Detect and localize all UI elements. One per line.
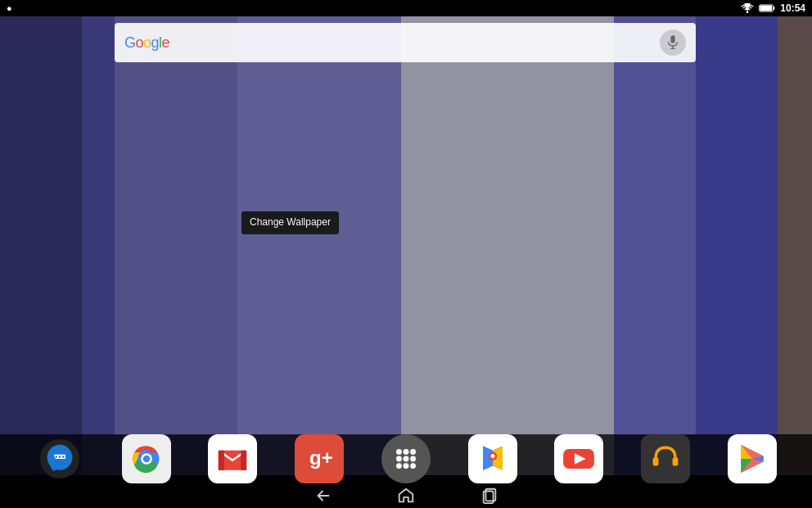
- svg-rect-3: [760, 6, 773, 11]
- search-bar[interactable]: Google: [115, 23, 696, 62]
- svg-point-31: [396, 463, 402, 469]
- app-icon-headphones[interactable]: [641, 434, 690, 483]
- svg-point-13: [62, 456, 65, 458]
- svg-text:g+: g+: [309, 447, 333, 469]
- context-menu[interactable]: Change Wallpaper: [241, 211, 339, 234]
- svg-rect-4: [774, 7, 775, 10]
- nav-bar: [0, 483, 812, 508]
- back-button[interactable]: [314, 487, 332, 505]
- clock: 10:54: [780, 2, 805, 14]
- app-icon-play-store[interactable]: [728, 434, 777, 483]
- svg-point-29: [404, 456, 409, 462]
- mic-button[interactable]: [660, 29, 686, 56]
- svg-rect-5: [670, 35, 674, 43]
- svg-rect-43: [646, 439, 685, 479]
- svg-point-11: [55, 456, 57, 458]
- svg-point-12: [59, 456, 61, 458]
- search-input-area[interactable]: Google: [124, 34, 660, 52]
- home-button[interactable]: [397, 487, 415, 505]
- wallpaper-panel-4: [401, 16, 614, 475]
- wallpaper-panel-2: [82, 16, 237, 475]
- battery-icon: [759, 3, 775, 13]
- svg-rect-44: [653, 457, 659, 465]
- app-icon-talk[interactable]: [35, 434, 84, 483]
- wallpaper-panel-5: [614, 16, 778, 475]
- wallpaper-panel-6: [778, 16, 812, 475]
- wallpaper: [0, 16, 812, 475]
- app-icon-apps[interactable]: [381, 434, 431, 483]
- app-icon-gmail[interactable]: [208, 434, 257, 483]
- svg-point-26: [404, 449, 409, 455]
- wifi-icon: [741, 3, 754, 13]
- app-icon-google-plus[interactable]: g+: [295, 434, 344, 483]
- svg-point-25: [396, 449, 402, 455]
- recents-button[interactable]: [480, 487, 498, 505]
- svg-point-27: [410, 449, 416, 455]
- app-icon-chrome[interactable]: [122, 434, 171, 483]
- svg-point-33: [410, 463, 416, 469]
- google-logo: Google: [124, 34, 169, 52]
- wallpaper-panel-3: [237, 16, 401, 475]
- svg-rect-45: [673, 457, 679, 465]
- svg-point-17: [142, 456, 150, 463]
- status-right: 10:54: [741, 2, 805, 14]
- notification-dot: ●: [7, 3, 12, 13]
- svg-point-30: [410, 456, 416, 462]
- svg-point-39: [490, 454, 494, 458]
- dock: g+: [0, 434, 812, 508]
- wallpaper-panel-1: [0, 16, 82, 475]
- app-icon-maps[interactable]: [468, 434, 517, 483]
- svg-point-28: [396, 456, 402, 462]
- app-icon-youtube[interactable]: [554, 434, 603, 483]
- app-icons-container: g+: [0, 434, 812, 483]
- svg-point-1: [747, 11, 749, 13]
- status-bar: ● 10:54: [0, 0, 812, 16]
- change-wallpaper-option[interactable]: Change Wallpaper: [250, 216, 331, 229]
- status-left: ●: [7, 3, 12, 13]
- svg-point-32: [404, 463, 409, 469]
